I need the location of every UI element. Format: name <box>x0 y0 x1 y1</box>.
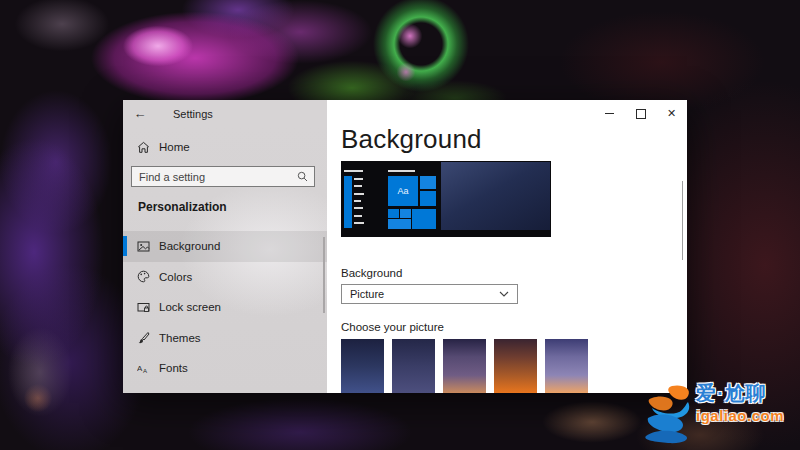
sidebar-item-label: Home <box>159 141 190 153</box>
sidebar-nav: BackgroundColorsLock screenThemesAAFonts <box>123 231 327 384</box>
search-box <box>131 166 315 187</box>
picture-thumbnail-5[interactable] <box>545 339 588 393</box>
preview-applist-row <box>354 185 362 187</box>
search-input[interactable] <box>132 171 297 183</box>
close-icon: ✕ <box>667 108 676 119</box>
picture-thumbnail-3[interactable] <box>443 339 486 393</box>
preview-applist-row <box>354 178 363 180</box>
background-icon <box>137 240 150 253</box>
titlebar-left: ← Settings <box>123 100 327 127</box>
preview-applist-header <box>344 170 363 172</box>
sidebar-scrollbar[interactable] <box>323 237 325 313</box>
preview-aa-tile: Aa <box>388 176 418 206</box>
sidebar-item-background[interactable]: Background <box>123 231 327 262</box>
sidebar-item-label: Themes <box>159 332 201 344</box>
settings-window: ← Settings ✕ Home Personalization <box>123 100 687 393</box>
maximize-button[interactable] <box>625 100 656 127</box>
watermark: 爱·尬聊 igaliao.com <box>642 380 800 448</box>
settings-sidebar: Home Personalization BackgroundColorsLoc… <box>123 127 327 393</box>
preview-applist-row <box>354 215 362 217</box>
minimize-icon <box>605 113 614 114</box>
sidebar-item-label: Lock screen <box>159 301 221 313</box>
background-field-label: Background <box>341 267 402 279</box>
content-scrollbar[interactable] <box>682 181 684 260</box>
picture-thumbnails <box>341 339 588 393</box>
preview-tiles-header <box>388 170 415 172</box>
fonts-icon: AA <box>137 362 150 375</box>
preview-scrollbar <box>344 176 352 228</box>
preview-tile <box>420 176 436 189</box>
back-button[interactable]: ← <box>123 106 157 121</box>
sidebar-item-lock-screen[interactable]: Lock screen <box>123 292 327 323</box>
svg-text:A: A <box>137 364 143 373</box>
preview-applist-row <box>354 193 364 195</box>
watermark-url: igaliao.com <box>696 407 784 424</box>
picture-thumbnail-2[interactable] <box>392 339 435 393</box>
colors-icon <box>137 270 150 283</box>
search-icon[interactable] <box>297 171 308 182</box>
preview-tile <box>420 191 436 206</box>
choose-picture-label: Choose your picture <box>341 321 444 333</box>
maximize-icon <box>636 109 646 119</box>
settings-content: Background Aa Background Picture <box>327 127 687 393</box>
svg-text:A: A <box>143 367 147 373</box>
window-title: Settings <box>173 108 213 120</box>
titlebar-right: ✕ <box>327 100 687 127</box>
minimize-button[interactable] <box>594 100 625 127</box>
sidebar-item-themes[interactable]: Themes <box>123 323 327 354</box>
sidebar-item-label: Colors <box>159 271 192 283</box>
preview-tile <box>388 219 411 229</box>
lock-screen-icon <box>137 301 150 314</box>
preview-tile <box>412 209 436 229</box>
sidebar-item-label: Fonts <box>159 362 188 374</box>
themes-icon <box>137 331 150 344</box>
titlebar: ← Settings ✕ <box>123 100 687 127</box>
chevron-down-icon <box>499 291 509 297</box>
sidebar-item-label: Background <box>159 240 220 252</box>
home-icon <box>137 141 150 154</box>
preview-tile <box>400 209 411 218</box>
sidebar-item-colors[interactable]: Colors <box>123 262 327 293</box>
section-heading: Personalization <box>138 200 227 214</box>
watermark-logo-icon <box>642 384 694 450</box>
selected-accent-bar <box>123 236 127 256</box>
preview-applist-row <box>354 200 361 202</box>
preview-desktop <box>441 162 550 230</box>
picture-thumbnail-4[interactable] <box>494 339 537 393</box>
dropdown-value: Picture <box>350 288 384 300</box>
preview-applist-row <box>354 222 364 224</box>
sidebar-item-home[interactable]: Home <box>123 135 327 159</box>
page-title: Background <box>341 127 482 155</box>
close-button[interactable]: ✕ <box>656 100 687 127</box>
background-preview: Aa <box>341 161 551 237</box>
watermark-text: 爱·尬聊 igaliao.com <box>696 380 784 424</box>
picture-thumbnail-1[interactable] <box>341 339 384 393</box>
preview-tile <box>388 209 399 218</box>
sidebar-item-fonts[interactable]: AAFonts <box>123 353 327 384</box>
background-type-dropdown[interactable]: Picture <box>341 284 518 304</box>
preview-applist-row <box>354 207 363 209</box>
watermark-title: 爱·尬聊 <box>696 380 784 407</box>
